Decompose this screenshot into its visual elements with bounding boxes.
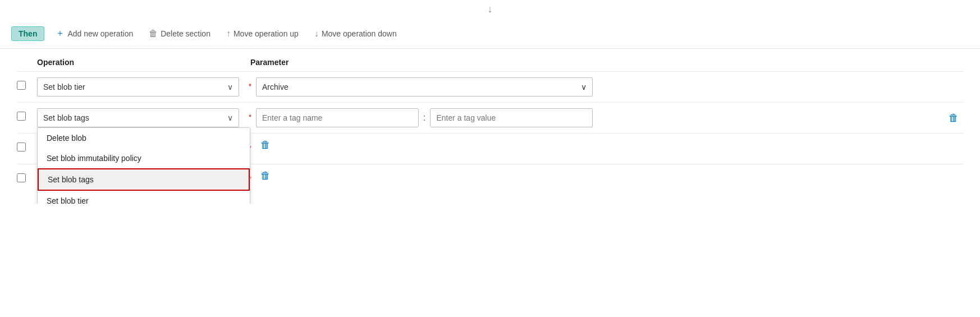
trash-icon: 🗑 (149, 29, 158, 39)
row1-required-star: * (249, 82, 251, 90)
row3-delete-button[interactable]: 🗑 (256, 139, 275, 151)
row2-delete-icon: 🗑 (949, 112, 959, 124)
row2-parameter-cell: : 🗑 (256, 108, 963, 127)
move-up-label: Move operation up (233, 29, 299, 38)
row2-delete-button[interactable]: 🗑 (944, 112, 963, 124)
option-set-blob-tags[interactable]: Set blob tags (38, 168, 250, 191)
row2-colon: : (423, 113, 425, 123)
add-operation-label: Add new operation (67, 29, 133, 38)
arrow-up-icon: ↑ (226, 29, 231, 39)
row1-param-value: Archive (262, 82, 288, 91)
operation-dropdown-popup: Delete blob Set blob immutability policy… (37, 127, 250, 204)
col-parameter-header: Parameter (250, 58, 598, 67)
row1-operation-dropdown[interactable]: Set blob tier ∨ (37, 77, 239, 97)
row2-operation-cell: Set blob tags ∨ * Delete blob Set blob i… (37, 108, 245, 127)
option-set-blob-immutability[interactable]: Set blob immutability policy (38, 148, 250, 168)
col-operation-header: Operation (37, 58, 245, 67)
plus-icon: ＋ (56, 27, 65, 39)
row1-param-dropdown[interactable]: Archive ∨ (256, 77, 593, 97)
delete-section-button[interactable]: 🗑 Delete section (144, 26, 215, 41)
row3-checkbox[interactable] (17, 143, 26, 151)
row2-checkbox-cell (17, 108, 37, 121)
row1-parameter-cell: Archive ∨ (256, 77, 963, 97)
option-set-blob-tier[interactable]: Set blob tier (38, 191, 250, 204)
row4-checkbox[interactable] (17, 173, 26, 182)
option-delete-blob[interactable]: Delete blob (38, 128, 250, 148)
row4-checkbox-cell (17, 170, 37, 182)
delete-section-label: Delete section (161, 29, 210, 38)
row1-checkbox[interactable] (17, 81, 26, 90)
row2-checkbox[interactable] (17, 112, 26, 121)
then-badge: Then (11, 26, 44, 41)
row2-tag-name-input[interactable] (256, 108, 419, 127)
row4-delete-icon: 🗑 (260, 170, 271, 182)
table-row: Set blob tags ∨ * Delete blob Set blob i… (17, 102, 963, 133)
content-area: Operation Parameter Set blob tier ∨ * Ar… (0, 49, 980, 204)
row3-delete-icon: 🗑 (260, 139, 271, 151)
top-arrow-indicator: ↓ (0, 0, 980, 19)
row2-operation-dropdown[interactable]: Set blob tags ∨ (37, 108, 239, 127)
row1-param-chevron-icon: ∨ (581, 82, 587, 91)
row2-chevron-icon: ∨ (227, 113, 233, 122)
arrow-down-icon: ↓ (314, 29, 319, 39)
table-header: Operation Parameter (17, 58, 963, 67)
row4-parameter-cell: 🗑 (256, 170, 963, 182)
row3-checkbox-cell (17, 139, 37, 151)
row1-operation-cell: Set blob tier ∨ * (37, 77, 245, 97)
move-down-button[interactable]: ↓ Move operation down (310, 26, 401, 41)
table-row: Set blob tier ∨ * Archive ∨ (17, 71, 963, 102)
row2-required-star: * (249, 113, 251, 121)
row2-operation-value: Set blob tags (43, 113, 89, 122)
row3-parameter-cell: 🗑 (256, 139, 963, 151)
row4-delete-button[interactable]: 🗑 (256, 170, 275, 182)
row1-chevron-icon: ∨ (227, 82, 233, 91)
row1-operation-value: Set blob tier (43, 82, 85, 91)
toolbar: Then ＋ Add new operation 🗑 Delete sectio… (0, 19, 980, 49)
move-down-label: Move operation down (322, 29, 397, 38)
row1-checkbox-cell (17, 77, 37, 90)
add-new-operation-button[interactable]: ＋ Add new operation (51, 25, 138, 42)
row2-tag-value-input[interactable] (430, 108, 593, 127)
move-up-button[interactable]: ↑ Move operation up (222, 26, 303, 41)
